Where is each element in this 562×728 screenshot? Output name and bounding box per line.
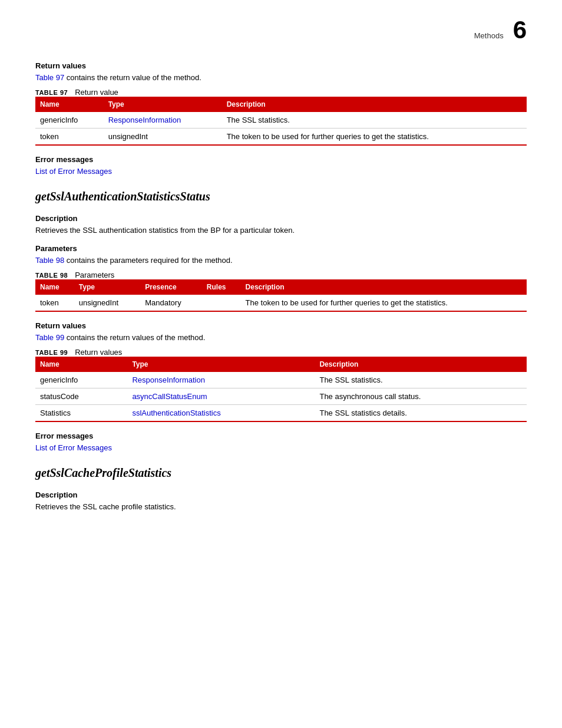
cell-name: genericInfo [35, 372, 127, 388]
return-values-section-1: Return values Table 97 contains the retu… [35, 61, 527, 146]
cell-name: statusCode [35, 388, 127, 405]
cell-type: unsignedInt [74, 295, 140, 311]
table-row: Statistics sslAuthenticationStatistics T… [35, 405, 527, 422]
error-messages-heading-1: Error messages [35, 155, 527, 164]
table98-caption: TABLE 98 Parameters [35, 271, 527, 279]
section-label: Methods [474, 31, 504, 40]
method3-title: getSslCacheProfileStatistics [35, 466, 527, 480]
cell-type: ResponseInformation [127, 372, 315, 388]
cell-type: unsignedInt [104, 129, 222, 146]
table-row: genericInfo ResponseInformation The SSL … [35, 112, 527, 129]
table98-name: Parameters [75, 271, 114, 279]
method2-description-text: Retrieves the SSL authentication statist… [35, 226, 527, 235]
table98: Name Type Presence Rules Description tok… [35, 279, 527, 312]
return-values-text-post-1: contains the return value of the method. [67, 73, 201, 82]
method3-description-block: Description Retrieves the SSL cache prof… [35, 490, 527, 511]
method2-description-block: Description Retrieves the SSL authentica… [35, 214, 527, 235]
cell-name: Statistics [35, 405, 127, 422]
cell-description: The SSL statistics details. [315, 405, 527, 422]
table99-header-row: Name Type Description [35, 357, 527, 372]
table97-name: Return value [75, 88, 118, 97]
table97: Name Type Description genericInfo Respon… [35, 97, 527, 146]
return-values-text-1: Table 97 contains the return value of th… [35, 73, 527, 82]
return-values-text-post-2: contains the return values of the method… [67, 333, 206, 342]
type-link[interactable]: asyncCallStatusEnum [132, 392, 207, 401]
table98-col-description: Description [241, 279, 527, 295]
table98-col-name: Name [35, 279, 74, 295]
method2-parameters-block: Parameters Table 98 contains the paramet… [35, 244, 527, 312]
table99-col-name: Name [35, 357, 127, 372]
cell-description: The token to be used for further queries… [222, 129, 527, 146]
error-messages-block-1: Error messages List of Error Messages [35, 155, 527, 176]
method3-description-heading: Description [35, 490, 527, 499]
table99-col-description: Description [315, 357, 527, 372]
cell-name: token [35, 129, 104, 146]
table97-col-name: Name [35, 97, 104, 112]
page-header: Methods 6 [35, 18, 527, 45]
cell-type: asyncCallStatusEnum [127, 388, 315, 405]
table97-col-type: Type [104, 97, 222, 112]
method2-title: getSslAuthenticationStatisticsStatus [35, 190, 527, 203]
method2-return-values-text: Table 99 contains the return values of t… [35, 333, 527, 342]
table98-header-row: Name Type Presence Rules Description [35, 279, 527, 295]
error-messages-link-1[interactable]: List of Error Messages [35, 167, 112, 176]
cell-type: ResponseInformation [104, 112, 222, 129]
error-messages-block-2: Error messages List of Error Messages [35, 431, 527, 452]
table98-label: TABLE 98 [35, 272, 68, 279]
table99-link[interactable]: Table 99 [35, 333, 64, 342]
table99-label: TABLE 99 [35, 349, 68, 356]
table-row: token unsignedInt Mandatory The token to… [35, 295, 527, 311]
chapter-number: 6 [513, 18, 527, 42]
table99-col-type: Type [127, 357, 315, 372]
type-link[interactable]: sslAuthenticationStatistics [132, 409, 220, 417]
cell-description: The token to be used for further queries… [241, 295, 527, 311]
table97-label: TABLE 97 [35, 89, 68, 96]
table99-caption: TABLE 99 Return values [35, 348, 527, 357]
table98-col-presence: Presence [140, 279, 202, 295]
table99-name: Return values [75, 348, 122, 357]
method2-return-values-block: Return values Table 99 contains the retu… [35, 321, 527, 422]
error-messages-heading-2: Error messages [35, 431, 527, 440]
table98-col-rules: Rules [202, 279, 241, 295]
table-row: token unsignedInt The token to be used f… [35, 129, 527, 146]
cell-type: sslAuthenticationStatistics [127, 405, 315, 422]
type-link[interactable]: ResponseInformation [132, 375, 205, 384]
cell-name: token [35, 295, 74, 311]
cell-description: The SSL statistics. [222, 112, 527, 129]
method3-description-text: Retrieves the SSL cache profile statisti… [35, 502, 527, 511]
cell-name: genericInfo [35, 112, 104, 129]
table-row: genericInfo ResponseInformation The SSL … [35, 372, 527, 388]
table97-caption: TABLE 97 Return value [35, 88, 527, 97]
method2-parameters-heading: Parameters [35, 244, 527, 253]
table-row: statusCode asyncCallStatusEnum The async… [35, 388, 527, 405]
cell-presence: Mandatory [140, 295, 202, 311]
method2-parameters-text: Table 98 contains the parameters require… [35, 256, 527, 265]
table97-link[interactable]: Table 97 [35, 73, 64, 82]
cell-rules [202, 295, 241, 311]
table98-link[interactable]: Table 98 [35, 256, 64, 265]
parameters-text-post: contains the parameters required for the… [67, 256, 233, 265]
method2-description-heading: Description [35, 214, 527, 223]
cell-description: The SSL statistics. [315, 372, 527, 388]
table97-col-description: Description [222, 97, 527, 112]
cell-description: The asynchronous call status. [315, 388, 527, 405]
error-messages-link-2[interactable]: List of Error Messages [35, 443, 112, 452]
table99: Name Type Description genericInfo Respon… [35, 357, 527, 422]
table97-header-row: Name Type Description [35, 97, 527, 112]
method2-return-values-heading: Return values [35, 321, 527, 330]
type-link[interactable]: ResponseInformation [108, 116, 181, 124]
table98-col-type: Type [74, 279, 140, 295]
return-values-heading-1: Return values [35, 61, 527, 70]
